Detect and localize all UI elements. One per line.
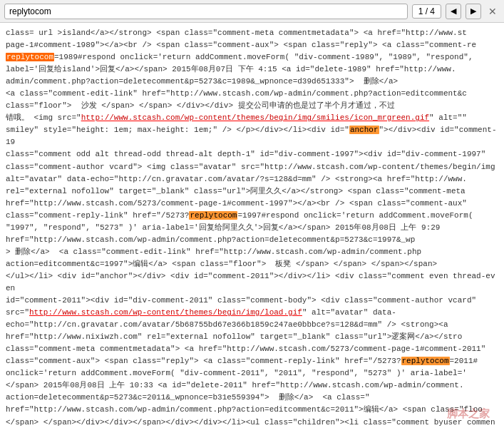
highlight-replytocom-1: replytocom	[6, 53, 54, 61]
page-counter: 1 / 4	[412, 4, 441, 19]
browser-toolbar: 1 / 4 ◀ ▶ ✕	[0, 0, 504, 23]
highlight-anchor-1: anchor	[349, 126, 379, 134]
content-area[interactable]: class= url >island</a></strong> <span cl…	[0, 23, 504, 428]
content-text: class= url >island</a></strong> <span cl…	[6, 29, 497, 428]
search-bar[interactable]	[4, 4, 408, 19]
prev-button[interactable]: ◀	[446, 4, 461, 19]
url-underline-2: http://www.stcash.com/wp-content/themes/…	[29, 308, 302, 317]
url-underline-1: http://www.stcash.com/wp-content/themes/…	[81, 113, 429, 122]
highlight-replytocom-3: replytocom	[401, 357, 450, 365]
close-button[interactable]: ✕	[485, 6, 500, 17]
search-input[interactable]	[9, 6, 403, 16]
next-button[interactable]: ▶	[466, 4, 481, 19]
highlight-replytocom-2: replytocom	[189, 211, 237, 220]
